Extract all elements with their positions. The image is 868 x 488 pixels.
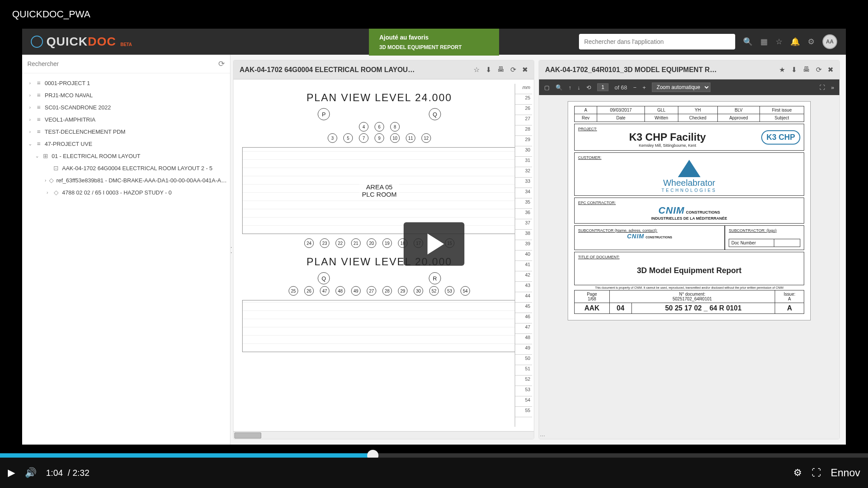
tree-item[interactable]: ›≡PRJ1-MCO NAVAL [24,89,228,101]
fullscreen-icon[interactable]: ⛶ [812,467,821,478]
tree-item[interactable]: ›≡TEST-DECLENCHEMENT PDM [24,125,228,138]
pdf-search-icon[interactable]: 🔍 [556,84,562,91]
toast-title: Ajouté au favoris [379,34,489,41]
sidebar: ⟳ ›≡0001-PROJECT 1›≡PRJ1-MCO NAVAL›≡SC01… [22,55,230,445]
tools-icon[interactable]: » [831,84,834,91]
notifications-icon[interactable]: 🔔 [790,37,800,46]
panels: ⋮⋮ AAK-04-1702 64G0004 ELECTRICAL ROOM L… [230,55,846,445]
page-up-icon[interactable]: ↑ [569,84,572,91]
chevron-icon[interactable]: › [27,92,33,98]
favorites-icon[interactable]: ☆ [776,37,783,46]
refresh-icon[interactable]: ⟳ [510,66,516,74]
callout: 26 [304,286,314,296]
pdf-page: A09/03/2017GLLYHBLVFirst issueRevDateWri… [568,101,811,320]
close-icon[interactable]: ✖ [522,66,528,74]
callout: 7 [359,133,368,143]
zoom-out-icon[interactable]: − [633,84,637,91]
callout: 4 [359,122,368,132]
page-input[interactable] [597,83,608,91]
epc-sub2: INDUSTRIELLES DE LA MÉDITERRANÉE [578,216,800,221]
node-icon: ◇ [53,189,59,196]
pdf-viewport[interactable]: A09/03/2017GLLYHBLVFirst issueRevDateWri… [539,95,839,439]
callout: 10 [390,133,400,143]
tree-search-input[interactable] [27,60,218,67]
sidebar-toggle-icon[interactable]: ▢ [544,84,549,91]
tree-item[interactable]: ›≡VEOL1-AMPHITRIA [24,113,228,125]
callout: 23 [320,238,329,248]
chevron-icon[interactable]: ⌄ [34,153,39,159]
callout: 52 [429,286,439,296]
time-total: 2:32 [72,468,89,478]
chevron-icon[interactable]: › [27,105,33,110]
search-input[interactable] [584,38,730,45]
settings-icon[interactable]: ⚙ [793,467,802,478]
tree-label: TEST-DECLENCHEMENT PDM [45,129,125,135]
callout: 54 [460,286,470,296]
print-icon[interactable]: 🖶 [497,66,504,74]
page-rotate-icon[interactable]: ⟲ [586,84,591,91]
chevron-icon[interactable]: ⌄ [27,141,33,147]
download-icon[interactable]: ⬇ [486,66,491,74]
page-down-icon[interactable]: ↓ [578,84,581,91]
tree-item[interactable]: ›◇4788 02 02 / 65 I 0003 - HAZOP STUDY -… [24,186,228,198]
callout-row: 252647484927282930525354 [242,286,516,296]
global-search[interactable] [579,34,735,49]
node-icon: ◇ [49,177,54,184]
toast-body: 3D MODEL EQUIPMENT REPORT [379,44,489,50]
callout: 49 [351,286,361,296]
panel-b-title: AAK-04-1702_64R0101_3D MODEL EQUIPMENT R… [545,66,775,74]
chevron-icon[interactable]: › [45,190,50,195]
callout: 30 [414,286,423,296]
video-progress[interactable] [0,453,868,458]
play-button[interactable] [404,222,464,266]
chevron-icon[interactable]: › [27,129,33,134]
refresh-icon[interactable]: ⟳ [816,66,822,74]
refresh-icon[interactable]: ⟳ [218,59,225,69]
revision-table: A09/03/2017GLLYHBLVFirst issueRevDateWri… [574,106,804,122]
chevron-icon[interactable]: › [45,178,46,183]
app-logo[interactable]: QUICKDOC BETA [31,35,132,49]
resize-dots[interactable]: ⋯ [540,433,544,439]
chevron-icon[interactable]: › [27,117,33,122]
settings-icon[interactable]: ⚙ [808,37,815,46]
panel-drawing: AAK-04-1702 64G0004 ELECTRICAL ROOM LAYO… [233,60,534,439]
project-sub: Kemsley Mill, Sittingbourne, Kent [578,143,757,148]
horizontal-scrollbar[interactable] [233,431,534,439]
tree-item[interactable]: ⌄⊞01 - ELECTRICAL ROOM LAYOUT [24,150,228,162]
avatar[interactable]: AA [822,34,837,49]
logo-text-doc: DOC [88,35,116,48]
callout: 53 [445,286,454,296]
grid-label-q: Q [429,108,441,120]
tree-item[interactable]: ›≡0001-PROJECT 1 [24,77,228,89]
callout: 9 [375,133,384,143]
tree-item[interactable]: ⌄≡47-PROJECT UVE [24,138,228,150]
tree-item[interactable]: ⊡AAK-04-1702 64G0004 ELECTRICAL ROOM LAY… [24,162,228,174]
callout: 5 [343,133,353,143]
download-icon[interactable]: ⬇ Télécharger [791,66,797,74]
callout: 29 [398,286,408,296]
tree-item[interactable]: ›◇ref_63ff53e839b81 - DMC-BRAKE-AAA-DA1-… [24,174,228,186]
node-icon: ⊡ [53,165,59,171]
favorite-icon[interactable]: ☆ [473,66,480,74]
tree-search[interactable]: ⟳ [22,55,230,73]
video-brand: Ennov [831,467,860,479]
zoom-select[interactable]: Zoom automatique [652,82,710,92]
tree-item[interactable]: ›≡SC01-SCANDRONE 2022 [24,101,228,113]
close-icon[interactable]: ✖ [828,66,833,74]
favorite-icon[interactable]: ★ [779,66,785,74]
play-icon[interactable]: ▶ [8,467,15,478]
node-icon: ≡ [35,140,42,147]
drawing-viewer[interactable]: PLAN VIEW LEVEL 24.000 P Q 468 357910111… [233,79,534,431]
callout: 27 [367,286,376,296]
volume-icon[interactable]: 🔊 [25,467,36,478]
panel-pdf: AAK-04-1702_64R0101_3D MODEL EQUIPMENT R… [539,60,840,439]
print-icon[interactable]: 🖶 [803,66,810,74]
chevron-icon[interactable]: › [27,80,33,86]
callout: 20 [367,238,376,248]
search-icon[interactable]: 🔍 [743,37,753,46]
area-label: AREA 05 PLC ROOM [359,182,399,199]
apps-icon[interactable]: ▦ [760,37,768,46]
zoom-in-icon[interactable]: + [643,84,646,91]
fullscreen-icon[interactable]: ⛶ [819,84,825,91]
logo-beta: BETA [120,42,132,47]
